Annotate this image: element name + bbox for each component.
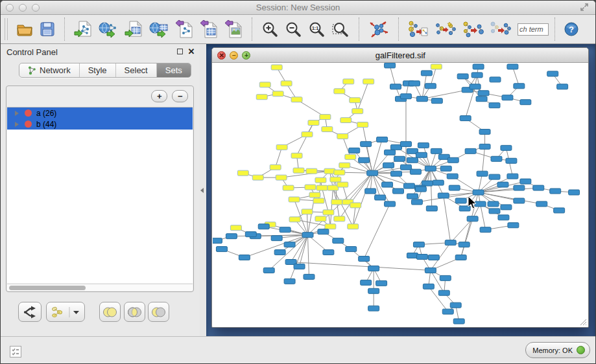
graph-node[interactable]	[489, 209, 500, 214]
task-history-button[interactable]	[10, 346, 21, 358]
horizontal-scrollbar[interactable]	[7, 284, 193, 291]
graph-edge[interactable]	[343, 136, 351, 157]
graph-node[interactable]	[238, 170, 249, 176]
graph-node[interactable]	[459, 242, 470, 247]
graph-edge[interactable]	[307, 212, 308, 235]
graph-node[interactable]	[449, 185, 460, 190]
graph-node[interactable]	[352, 109, 363, 114]
export-table-button[interactable]	[198, 19, 219, 39]
graph-node[interactable]	[348, 224, 359, 229]
graph-edge[interactable]	[340, 173, 373, 219]
graph-node[interactable]	[284, 242, 295, 247]
hide-selected-button[interactable]	[461, 19, 484, 39]
graph-node[interactable]	[557, 84, 568, 89]
graph-node[interactable]	[283, 185, 294, 190]
graph-node[interactable]	[363, 79, 374, 84]
graph-node[interactable]	[443, 309, 454, 314]
graph-node[interactable]	[350, 98, 361, 103]
union-sets-button[interactable]	[99, 302, 121, 322]
graph-node[interactable]	[291, 153, 302, 158]
graph-edge[interactable]	[481, 204, 486, 230]
graph-node[interactable]	[393, 188, 404, 194]
difference-sets-button[interactable]	[148, 302, 169, 322]
graph-edge[interactable]	[444, 196, 451, 243]
graph-node[interactable]	[367, 170, 378, 176]
graph-node[interactable]	[479, 129, 490, 134]
graph-node[interactable]	[359, 157, 370, 163]
graph-node[interactable]	[361, 280, 372, 285]
open-session-button[interactable]	[15, 20, 34, 38]
graph-node[interactable]	[407, 253, 418, 258]
graph-node[interactable]	[339, 163, 350, 168]
collapse-panel-icon[interactable]	[200, 188, 204, 193]
graph-node[interactable]	[489, 174, 500, 179]
graph-edge[interactable]	[297, 123, 314, 156]
graph-node[interactable]	[480, 227, 491, 233]
graph-node[interactable]	[272, 236, 283, 241]
graph-edge[interactable]	[483, 146, 485, 174]
panel-divider[interactable]	[200, 44, 206, 337]
graph-node[interactable]	[357, 122, 368, 128]
graph-node[interactable]	[433, 180, 444, 185]
graph-node[interactable]	[334, 170, 345, 175]
graph-node[interactable]	[407, 194, 418, 199]
graph-node[interactable]	[260, 82, 271, 87]
graph-node[interactable]	[334, 216, 345, 222]
graph-node[interactable]	[550, 188, 561, 194]
import-network-file-button[interactable]	[73, 19, 93, 39]
graph-node[interactable]	[291, 97, 302, 102]
graph-node[interactable]	[458, 74, 469, 79]
graph-node[interactable]	[320, 115, 331, 120]
graph-node[interactable]	[432, 98, 443, 104]
zoom-selected-button[interactable]	[330, 20, 351, 38]
graph-node[interactable]	[293, 168, 304, 173]
graph-node[interactable]	[328, 185, 339, 190]
graph-node[interactable]	[465, 148, 476, 154]
graph-node[interactable]	[489, 103, 500, 108]
graph-node[interactable]	[536, 201, 547, 207]
graph-node[interactable]	[377, 137, 388, 142]
graph-node[interactable]	[456, 255, 467, 260]
graph-node[interactable]	[391, 144, 402, 150]
graph-node[interactable]	[368, 266, 379, 271]
graph-edge[interactable]	[358, 82, 369, 111]
tab-network[interactable]: Network	[19, 63, 80, 77]
graph-node[interactable]	[294, 264, 305, 269]
graph-node[interactable]	[289, 217, 300, 222]
graph-node[interactable]	[345, 154, 356, 159]
graph-node[interactable]	[308, 120, 319, 126]
graph-node[interactable]	[350, 203, 361, 208]
add-set-button[interactable]: +	[151, 90, 167, 102]
graph-node[interactable]	[456, 198, 467, 203]
graph-node[interactable]	[401, 141, 412, 146]
network-graph[interactable]	[213, 63, 588, 326]
graph-node[interactable]	[394, 156, 405, 161]
graph-node[interactable]	[506, 158, 517, 163]
graph-edge[interactable]	[331, 188, 333, 227]
graph-node[interactable]	[478, 91, 489, 96]
graph-edge[interactable]	[353, 173, 373, 227]
graph-node[interactable]	[507, 64, 518, 69]
graph-node[interactable]	[490, 77, 501, 82]
export-network-button[interactable]	[174, 19, 195, 39]
zoom-in-button[interactable]	[260, 20, 280, 38]
graph-node[interactable]	[417, 97, 428, 102]
close-panel-icon[interactable]: ✕	[187, 47, 195, 56]
graph-node[interactable]	[438, 193, 449, 198]
graph-node[interactable]	[401, 94, 412, 99]
expand-arrow-icon[interactable]	[15, 111, 19, 116]
graph-node[interactable]	[305, 185, 316, 190]
graph-node[interactable]	[547, 71, 558, 76]
graph-node[interactable]	[322, 127, 333, 132]
graph-node[interactable]	[385, 201, 396, 207]
import-table-url-button[interactable]	[148, 19, 170, 39]
graph-node[interactable]	[476, 97, 487, 102]
graph-node[interactable]	[425, 166, 436, 171]
import-network-url-button[interactable]	[97, 19, 119, 39]
graph-node[interactable]	[289, 197, 300, 202]
graph-node[interactable]	[488, 201, 499, 207]
help-button[interactable]: ?	[564, 21, 579, 37]
graph-node[interactable]	[304, 274, 315, 279]
graph-node[interactable]	[390, 84, 401, 89]
graph-node[interactable]	[429, 255, 440, 260]
